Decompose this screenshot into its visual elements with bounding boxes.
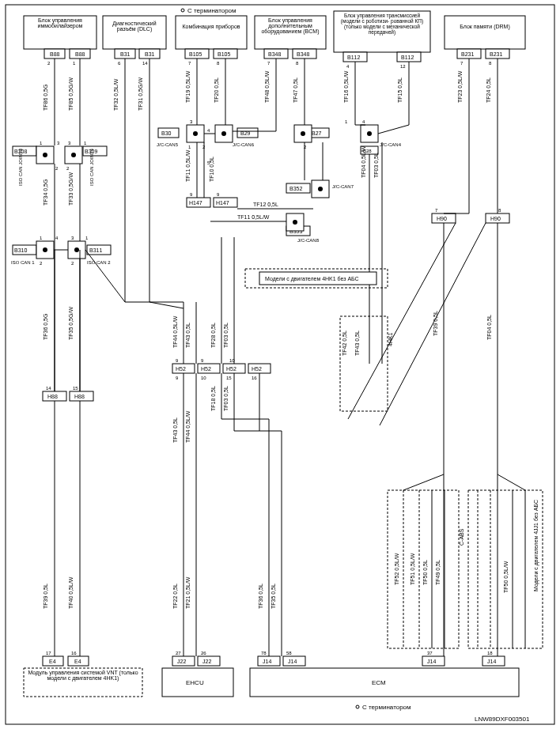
svg-text:C-ABS: C-ABS bbox=[459, 528, 464, 546]
svg-text:TF12 0,5L: TF12 0,5L bbox=[253, 202, 278, 207]
svg-text:J/C-CAN5: J/C-CAN5 bbox=[157, 142, 179, 147]
svg-text:H88: H88 bbox=[47, 394, 58, 399]
svg-text:16: 16 bbox=[71, 651, 77, 655]
title-top: С терминатором bbox=[187, 7, 236, 14]
note-4hk1: Модели с двигателем 4HK1 без АБС bbox=[265, 276, 359, 282]
svg-text:58: 58 bbox=[286, 651, 292, 655]
svg-point-143 bbox=[43, 247, 47, 252]
conn-B105-1: B105 bbox=[189, 51, 202, 57]
svg-text:H147: H147 bbox=[189, 200, 202, 206]
svg-text:B311: B311 bbox=[89, 247, 102, 253]
svg-text:15: 15 bbox=[226, 376, 232, 380]
svg-text:TF44 0,5L/W: TF44 0,5L/W bbox=[172, 315, 178, 348]
svg-text:B352: B352 bbox=[289, 186, 302, 191]
svg-text:TF36 0,5G: TF36 0,5G bbox=[43, 314, 48, 340]
svg-text:TF44 0,5L/W: TF44 0,5L/W bbox=[185, 410, 191, 443]
svg-text:B310: B310 bbox=[14, 247, 27, 253]
conn-B231-2: B231 bbox=[490, 51, 502, 57]
label-immobilizer: Блок управления иммобилайзером bbox=[25, 17, 95, 28]
conn-B31-2: B31 bbox=[145, 51, 155, 57]
svg-text:ISO CAN 1: ISO CAN 1 bbox=[11, 260, 35, 265]
svg-text:TF11 0,5L/W: TF11 0,5L/W bbox=[185, 149, 191, 182]
svg-text:TF18 0,5L: TF18 0,5L bbox=[210, 386, 216, 411]
svg-point-74 bbox=[193, 131, 198, 136]
svg-text:TF22 0,5L: TF22 0,5L bbox=[172, 584, 178, 609]
svg-text:TF86 0,5G: TF86 0,5G bbox=[43, 85, 48, 111]
svg-text:16: 16 bbox=[252, 376, 257, 380]
svg-text:17: 17 bbox=[46, 651, 51, 655]
svg-text:J22: J22 bbox=[177, 659, 186, 664]
svg-text:J/C-CAN7: J/C-CAN7 bbox=[332, 184, 354, 189]
svg-text:TF39 0,5L: TF39 0,5L bbox=[433, 311, 438, 336]
label-transmission: Блок управления трансмиссией (модели с р… bbox=[335, 13, 429, 35]
conn-B31-1: B31 bbox=[120, 51, 131, 57]
svg-text:TF31 0,5G/W: TF31 0,5G/W bbox=[138, 77, 143, 111]
svg-text:TF33 0,5G/W: TF33 0,5G/W bbox=[68, 172, 74, 206]
svg-text:ISO CAN 2: ISO CAN 2 bbox=[87, 260, 111, 265]
label-diag: Диагностический разъём (DLC) bbox=[104, 21, 165, 32]
svg-text:TF03 0,5L: TF03 0,5L bbox=[223, 323, 229, 348]
svg-text:TF43 0,5L: TF43 0,5L bbox=[172, 417, 178, 443]
svg-text:TF35 0,5L: TF35 0,5L bbox=[271, 584, 276, 609]
label-memory: Блок памяти (DRM) bbox=[446, 24, 524, 29]
svg-point-66 bbox=[71, 153, 76, 157]
svg-text:TF32 0,5L/W: TF32 0,5L/W bbox=[113, 78, 119, 111]
svg-text:TF50 0,5L/W: TF50 0,5L/W bbox=[503, 561, 509, 593]
svg-text:H147: H147 bbox=[216, 200, 229, 206]
svg-text:TF15 0,5L: TF15 0,5L bbox=[397, 77, 403, 103]
svg-text:J14: J14 bbox=[487, 659, 496, 664]
svg-text:14: 14 bbox=[46, 386, 51, 391]
svg-text:H90: H90 bbox=[490, 216, 501, 221]
svg-text:E4: E4 bbox=[49, 659, 56, 664]
svg-text:B30: B30 bbox=[161, 130, 172, 136]
svg-text:12: 12 bbox=[400, 64, 406, 69]
svg-text:H52: H52 bbox=[176, 366, 186, 372]
svg-text:H52: H52 bbox=[201, 366, 211, 372]
svg-text:TF43 0,5L: TF43 0,5L bbox=[354, 331, 360, 356]
conn-B88-1: B88 bbox=[50, 51, 60, 57]
svg-text:TF03 0,5L: TF03 0,5L bbox=[223, 386, 229, 411]
conn-B105-2: B105 bbox=[218, 51, 230, 57]
svg-text:ISO CAN JOINT4: ISO CAN JOINT4 bbox=[89, 148, 94, 186]
svg-text:TF04 0,5L: TF04 0,5L bbox=[486, 315, 492, 340]
label-ecm: ECM bbox=[372, 679, 386, 686]
svg-text:TF48 0,5L/W: TF48 0,5L/W bbox=[264, 70, 270, 103]
title-bottom: С терминатором bbox=[362, 704, 411, 711]
module-ehcu: EHCU bbox=[162, 668, 233, 697]
svg-text:TF43 0,5L: TF43 0,5L bbox=[185, 323, 191, 348]
svg-point-129 bbox=[293, 220, 297, 225]
frame bbox=[6, 5, 554, 724]
svg-text:15: 15 bbox=[73, 386, 78, 391]
svg-text:E4: E4 bbox=[74, 659, 81, 664]
svg-text:H52: H52 bbox=[226, 366, 236, 372]
module-vnt: Модуль управления системой VNT (только м… bbox=[24, 668, 142, 697]
svg-point-93 bbox=[367, 131, 372, 136]
svg-text:TF50 0,5L: TF50 0,5L bbox=[422, 560, 428, 585]
conn-B348-1: B348 bbox=[268, 51, 281, 57]
svg-text:TF28 0,5L: TF28 0,5L bbox=[210, 323, 216, 348]
svg-text:B27: B27 bbox=[312, 130, 322, 136]
svg-point-151 bbox=[74, 247, 79, 252]
svg-text:TF03 0,5L: TF03 0,5L bbox=[373, 153, 379, 178]
svg-text:TF49 0,5L: TF49 0,5L bbox=[435, 560, 441, 585]
label-bcm: Блок управления дополнительным оборудова… bbox=[256, 17, 324, 34]
wiring-diagram: Блок управления иммобилайзером B88 B88 2… bbox=[0, 0, 560, 729]
svg-text:TF04 0,5L/W: TF04 0,5L/W bbox=[361, 145, 366, 178]
conn-B112-1: B112 bbox=[347, 55, 360, 60]
svg-text:TF51 0,5L/W: TF51 0,5L/W bbox=[410, 553, 415, 585]
svg-text:TF11 0,5L/W: TF11 0,5L/W bbox=[237, 214, 270, 220]
svg-text:TF34 0,5G: TF34 0,5G bbox=[43, 179, 48, 206]
svg-text:27: 27 bbox=[176, 651, 181, 655]
svg-point-114 bbox=[318, 187, 323, 191]
svg-text:TF85 0,5G/W: TF85 0,5G/W bbox=[68, 77, 74, 111]
conn-B112-2: B112 bbox=[401, 55, 414, 60]
svg-point-88 bbox=[301, 131, 305, 136]
svg-text:4HK1: 4HK1 bbox=[388, 332, 393, 346]
svg-text:TF39 0,5L: TF39 0,5L bbox=[43, 584, 48, 609]
svg-text:TF20 0,5L: TF20 0,5L bbox=[214, 77, 219, 103]
svg-text:78: 78 bbox=[261, 651, 267, 655]
svg-text:TF35 0,5G/W: TF35 0,5G/W bbox=[68, 307, 74, 340]
svg-text:37: 37 bbox=[427, 651, 433, 655]
svg-text:14: 14 bbox=[142, 61, 148, 66]
svg-text:TF42 0,5L: TF42 0,5L bbox=[342, 331, 347, 356]
